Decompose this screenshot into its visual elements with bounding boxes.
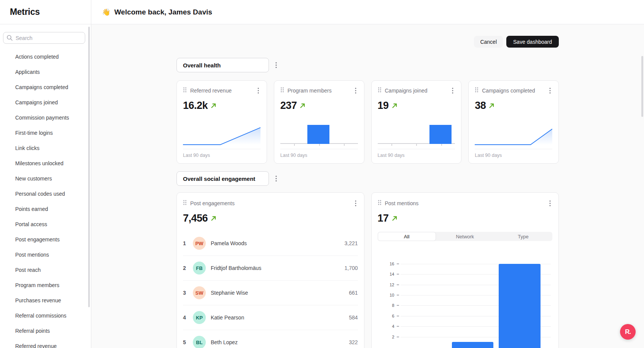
stat-card-title: Post engagements: [190, 200, 350, 206]
drag-handle-icon[interactable]: [280, 87, 284, 94]
brand-logo-button[interactable]: R.: [620, 324, 636, 340]
leaderboard-value: 584: [349, 314, 358, 321]
stat-card-grid: Referred revenue 16.2k Last 90 days Prog…: [177, 80, 559, 164]
leaderboard-rank: 5: [183, 339, 193, 345]
stat-value: 237: [280, 100, 297, 112]
post-engagements-card: Post engagements 7,456 1 PW Pamela Woods…: [177, 192, 364, 348]
sidebar-title: Metrics: [10, 7, 40, 17]
sidebar-metric-item[interactable]: New customers: [0, 171, 91, 186]
section-health-kebab-icon[interactable]: [274, 61, 278, 70]
sidebar-metric-item[interactable]: Campaigns joined: [0, 95, 91, 110]
drag-handle-icon[interactable]: [183, 87, 187, 94]
sidebar-metric-item[interactable]: Referral points: [0, 323, 91, 338]
greeting: 👋 Welcome back, James Davis: [102, 8, 212, 16]
stat-card-kebab-icon[interactable]: [256, 86, 261, 95]
trend-up-icon: [299, 100, 306, 112]
sidebar-metric-item[interactable]: Link clicks: [0, 140, 91, 156]
stat-card-referred-revenue: Referred revenue 16.2k Last 90 days: [177, 80, 267, 164]
top-header: 👋 Welcome back, James Davis: [91, 0, 644, 24]
dashboard-page: Metrics Actions completed Applicants Cam…: [0, 0, 644, 348]
dashboard-actions: Cancel Save dashboard: [177, 36, 559, 48]
stat-value: 16.2k: [183, 100, 208, 112]
drag-handle-icon[interactable]: [475, 87, 479, 94]
trend-up-icon: [210, 212, 217, 224]
sparkline-chart: [475, 122, 552, 146]
stat-value: 38: [475, 100, 486, 112]
stat-value: 19: [378, 100, 389, 112]
sidebar-metric-item[interactable]: Referred revenue: [0, 338, 91, 348]
search-input[interactable]: [3, 32, 85, 44]
leaderboard-row: 4 KP Katie Pearson 584: [183, 305, 358, 330]
stat-card-kebab-icon[interactable]: [353, 199, 358, 208]
sidebar-metric-item[interactable]: Referral commissions: [0, 308, 91, 323]
mentions-tab[interactable]: Network: [436, 232, 494, 241]
trend-up-icon: [391, 100, 398, 112]
stat-card-title: Program members: [288, 88, 350, 94]
post-mentions-chart: 161412108642: [378, 259, 553, 348]
stat-card-kebab-icon[interactable]: [353, 86, 358, 95]
metric-list: Actions completed Applicants Campaigns c…: [0, 49, 91, 348]
mini-bar-chart: [280, 122, 358, 146]
leaderboard-name: Pamela Woods: [211, 240, 344, 246]
stat-card-kebab-icon[interactable]: [548, 86, 552, 95]
social-card-grid: Post engagements 7,456 1 PW Pamela Woods…: [177, 192, 559, 348]
avatar: SW: [193, 286, 206, 299]
sidebar-metric-item[interactable]: Commission payments: [0, 110, 91, 125]
sidebar-metric-item[interactable]: Milestones unlocked: [0, 156, 91, 171]
sidebar-metric-item[interactable]: Points earned: [0, 201, 91, 217]
wave-emoji-icon: 👋: [102, 8, 110, 16]
sidebar-scrollbar-thumb[interactable]: [88, 27, 90, 307]
main-scrollbar-thumb[interactable]: [641, 56, 643, 117]
stat-card-kebab-icon[interactable]: [450, 86, 455, 95]
avatar: FB: [193, 262, 206, 275]
stat-card-footer: Last 90 days: [475, 149, 552, 158]
sidebar-metric-item[interactable]: Post engagements: [0, 232, 91, 247]
sidebar-metric-item[interactable]: Purchases revenue: [0, 293, 91, 308]
mini-bar-chart: [378, 122, 455, 146]
stat-card-kebab-icon[interactable]: [548, 199, 552, 208]
cancel-button[interactable]: Cancel: [474, 36, 503, 48]
search-wrap: [3, 32, 88, 44]
leaderboard-rank: 3: [183, 290, 193, 296]
stat-card-campaigns-joined: Campaigns joined 19 Last 90 days: [371, 80, 462, 164]
leaderboard-name: Beth Lopez: [211, 339, 349, 345]
trend-up-icon: [391, 212, 398, 224]
sidebar-header: Metrics: [0, 0, 91, 24]
leaderboard-row: 5 BL Beth Lopez 322: [183, 330, 358, 348]
leaderboard-name: Katie Pearson: [211, 314, 349, 321]
drag-handle-icon[interactable]: [378, 87, 382, 94]
sparkline-chart: [183, 122, 261, 146]
avatar: PW: [193, 237, 206, 250]
save-dashboard-button[interactable]: Save dashboard: [506, 36, 559, 48]
avatar: KP: [193, 311, 206, 324]
stat-card-title: Campaigns joined: [385, 88, 447, 94]
section-title-input-health[interactable]: Overall health: [177, 58, 269, 72]
stat-card-program-members: Program members 237 Last 90 days: [274, 80, 364, 164]
sidebar-metric-item[interactable]: Personal codes used: [0, 186, 91, 201]
leaderboard-rank: 4: [183, 314, 193, 321]
sidebar-metric-item[interactable]: Actions completed: [0, 49, 91, 64]
drag-handle-icon[interactable]: [183, 200, 187, 207]
section-health-header: Overall health: [177, 58, 559, 72]
sidebar-metric-item[interactable]: First-time logins: [0, 125, 91, 140]
section-social-header: Overall social engagement: [177, 171, 559, 186]
post-mentions-card: Post mentions 17 All Network Type 161412: [371, 192, 559, 348]
stat-card-footer: Last 90 days: [183, 149, 261, 158]
section-title-input-social[interactable]: Overall social engagement: [177, 171, 269, 186]
stat-card-title: Campaigns completed: [482, 88, 544, 94]
stat-card-campaigns-completed: Campaigns completed 38 Last 90 days: [468, 80, 559, 164]
sidebar-metric-item[interactable]: Post mentions: [0, 247, 91, 262]
sidebar-metric-item[interactable]: Applicants: [0, 64, 91, 80]
section-social-kebab-icon[interactable]: [274, 174, 278, 183]
drag-handle-icon[interactable]: [378, 200, 382, 207]
sidebar-metric-item[interactable]: Campaigns completed: [0, 80, 91, 95]
sidebar-metric-item[interactable]: Post reach: [0, 262, 91, 278]
mentions-tab[interactable]: All: [378, 232, 436, 241]
stat-card-footer: Last 90 days: [378, 149, 455, 158]
sidebar-metric-item[interactable]: Program members: [0, 278, 91, 293]
trend-up-icon: [488, 100, 495, 112]
stat-value: 7,456: [183, 212, 208, 224]
search-icon: [6, 35, 13, 43]
mentions-tab[interactable]: Type: [494, 232, 552, 241]
sidebar-metric-item[interactable]: Portal access: [0, 217, 91, 232]
